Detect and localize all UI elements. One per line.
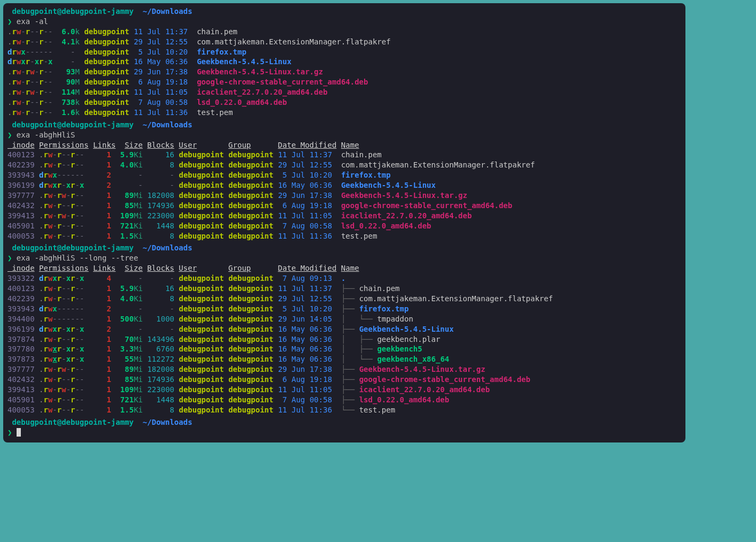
table-row: .rw-r--r-- 4.1k debugpoint 29 Jul 12:55 …: [7, 37, 681, 47]
table-row: 399413 .rw-rw-r-- 1 109Mi 223000 debugpo…: [7, 385, 681, 395]
prompt-line: debugpoint@debugpoint-jammy ~/Downloads: [7, 120, 681, 130]
input-line[interactable]: ❯: [7, 428, 681, 438]
table-row: 397874 .rw-r--r-- 1 70Mi 143496 debugpoi…: [7, 334, 681, 345]
table-row: 397777 .rw-rw-r-- 1 89Mi 182008 debugpoi…: [7, 364, 681, 375]
command-line: ❯ exa -abghHliS --long --tree: [7, 253, 681, 263]
table-row: 402239 .rw-r--r-- 1 4.0Ki 8 debugpoint d…: [7, 160, 681, 170]
table-row: 397777 .rw-rw-r-- 1 89Mi 182008 debugpoi…: [7, 190, 681, 201]
cwd-path: ~/Downloads: [138, 243, 192, 252]
table-row: .rw-r--r-- 90M debugpoint 6 Aug 19:18 go…: [7, 77, 681, 87]
exa-detailed-output: 400123 .rw-r--r-- 1 5.9Ki 16 debugpoint …: [7, 150, 681, 241]
column-headers: inode Permissions Links Size Blocks User…: [7, 140, 681, 150]
table-row: 396199 drwxr-xr-x 2 - - debugpoint debug…: [7, 324, 681, 334]
cursor-icon: [17, 428, 21, 437]
prompt-line: debugpoint@debugpoint-jammy ~/Downloads: [7, 417, 681, 428]
command-line: ❯ exa -al: [7, 17, 681, 27]
table-row: 399413 .rw-rw-r-- 1 109Mi 223000 debugpo…: [7, 211, 681, 221]
cwd-path: ~/Downloads: [138, 7, 192, 16]
user-host: debugpoint@debugpoint-jammy: [7, 120, 138, 129]
table-row: 402432 .rw-r--r-- 1 85Mi 174936 debugpoi…: [7, 201, 681, 211]
prompt-arrow-icon: ❯: [7, 17, 17, 26]
command-line: ❯ exa -abghHliS: [7, 130, 681, 140]
prompt-arrow-icon: ❯: [7, 254, 17, 262]
prompt-arrow-icon: ❯: [7, 428, 17, 437]
table-row: .rw-rw-r-- 93M debugpoint 29 Jun 17:38 G…: [7, 67, 681, 77]
command-text: exa -abghHliS: [17, 131, 75, 139]
prompt-line: debugpoint@debugpoint-jammy ~/Downloads: [7, 6, 681, 17]
cwd-path: ~/Downloads: [138, 418, 192, 426]
command-text: exa -abghHliS --long --tree: [17, 254, 138, 262]
table-row: 394400 .rw------- 1 500Ki 1000 debugpoin…: [7, 314, 681, 324]
user-host: debugpoint@debugpoint-jammy: [7, 7, 138, 16]
table-row: 397873 .rwxr-xr-x 1 55Mi 112272 debugpoi…: [7, 354, 681, 364]
table-row: .rw-r--r-- 6.0k debugpoint 11 Jul 11:37 …: [7, 27, 681, 37]
user-host: debugpoint@debugpoint-jammy: [7, 243, 138, 252]
column-headers: inode Permissions Links Size Blocks User…: [7, 263, 681, 273]
table-row: 402432 .rw-r--r-- 1 85Mi 174936 debugpoi…: [7, 375, 681, 385]
table-row: .rw-rw-r-- 114M debugpoint 11 Jul 11:05 …: [7, 87, 681, 97]
terminal-window[interactable]: debugpoint@debugpoint-jammy ~/Downloads …: [3, 3, 685, 442]
table-row: 397780 .rwxr-xr-x 1 3.3Mi 6760 debugpoin…: [7, 344, 681, 354]
table-row: 393943 drwx------ 2 - - debugpoint debug…: [7, 170, 681, 180]
cwd-path: ~/Downloads: [138, 120, 192, 129]
table-row: 402239 .rw-r--r-- 1 4.0Ki 8 debugpoint d…: [7, 294, 681, 304]
table-row: 400123 .rw-r--r-- 1 5.9Ki 16 debugpoint …: [7, 284, 681, 294]
table-row: 400123 .rw-r--r-- 1 5.9Ki 16 debugpoint …: [7, 150, 681, 160]
table-row: 405901 .rw-r--r-- 1 721Ki 1448 debugpoin…: [7, 395, 681, 405]
table-row: 405901 .rw-r--r-- 1 721Ki 1448 debugpoin…: [7, 221, 681, 231]
user-host: debugpoint@debugpoint-jammy: [7, 418, 138, 426]
exa-al-output: .rw-r--r-- 6.0k debugpoint 11 Jul 11:37 …: [7, 27, 681, 118]
table-row: .rw-r--r-- 1.6k debugpoint 11 Jul 11:36 …: [7, 108, 681, 118]
table-row: drwx------ - debugpoint 5 Jul 10:20 fire…: [7, 47, 681, 57]
prompt-line: debugpoint@debugpoint-jammy ~/Downloads: [7, 243, 681, 253]
table-row: 393322 drwxr-xr-x 4 - - debugpoint debug…: [7, 273, 681, 284]
table-row: 400053 .rw-r--r-- 1 1.5Ki 8 debugpoint d…: [7, 231, 681, 241]
table-row: .rw-r--r-- 738k debugpoint 7 Aug 00:58 l…: [7, 97, 681, 108]
table-row: 396199 drwxr-xr-x 2 - - debugpoint debug…: [7, 180, 681, 190]
table-row: drwxr-xr-x - debugpoint 16 May 06:36 Gee…: [7, 57, 681, 67]
exa-tree-output: 393322 drwxr-xr-x 4 - - debugpoint debug…: [7, 273, 681, 415]
table-row: 400053 .rw-r--r-- 1 1.5Ki 8 debugpoint d…: [7, 405, 681, 415]
prompt-arrow-icon: ❯: [7, 131, 17, 139]
table-row: 393943 drwx------ 2 - - debugpoint debug…: [7, 304, 681, 314]
command-text: exa -al: [17, 17, 48, 26]
